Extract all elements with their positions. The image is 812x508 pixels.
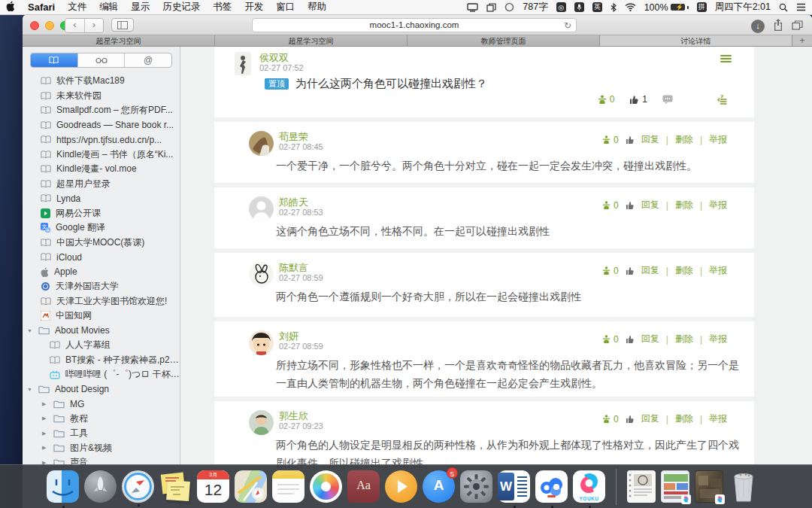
delete-link[interactable]: 删除 [675,133,693,146]
report-link[interactable]: 举报 [709,412,727,425]
reading-list-segment[interactable] [77,53,125,67]
bookmarks-segment[interactable] [31,53,77,67]
menu-item-window[interactable]: 窗口 [276,1,295,14]
shared-links-segment[interactable]: @ [124,53,171,67]
windows-stack-icon[interactable] [486,3,496,12]
downloads-button[interactable]: ↓ [751,20,765,33]
bookmark-item[interactable]: 文AGoogle 翻译 [23,221,180,236]
share-button[interactable] [773,18,783,34]
reply-link[interactable]: 回复 [641,412,659,425]
reply-link[interactable]: 回复 [641,333,659,345]
maps-icon[interactable] [235,470,267,503]
photos-icon[interactable] [310,470,342,503]
reply-link[interactable]: 回复 [641,264,659,277]
input-english-icon[interactable]: 英 [592,2,602,12]
bookmark-item[interactable]: 哔哩哔哩 (゜-゜)つロ 干杯~-... [23,367,180,382]
bookmark-item[interactable]: 天津工业大学图书馆欢迎您! [23,294,180,309]
bluetooth-icon[interactable] [611,3,617,12]
bookmark-item[interactable]: 超星用户登录 [23,177,180,192]
notes-icon[interactable] [272,470,304,503]
menu-item-bookmarks[interactable]: 书签 [213,1,232,14]
disclosure-closed-icon[interactable]: ▶ [42,401,48,407]
tab-teacher-admin[interactable]: 教师管理页面 [408,35,600,46]
safari-icon[interactable] [122,470,154,503]
bookmark-subfolder[interactable]: ▶教程 [23,412,180,427]
reload-icon[interactable]: ↻ [564,20,571,32]
disclosure-open-icon[interactable]: ▼ [27,328,33,333]
bookmark-subfolder[interactable]: ▶图片&视频 [23,441,180,456]
input-source-icon[interactable]: ◎ [556,2,566,12]
input-pinyin-icon[interactable]: 拼 [697,2,707,12]
dictionary-icon[interactable]: Aa [347,470,380,503]
bookmark-item[interactable]: BT搜索 - 种子搜索神器,p2p... [23,353,180,368]
delete-link[interactable]: 删除 [675,333,693,345]
disclosure-closed-icon[interactable]: ▶ [42,430,48,437]
bookmark-item[interactable]: Goodreads — Share book r... [23,118,180,133]
trash-icon[interactable] [729,470,759,503]
tab-discussion-detail[interactable]: 讨论详情 [600,35,792,46]
post-title[interactable]: 为什么这两个角色可以碰撞出戏剧性？ [295,77,487,91]
bookmark-item[interactable]: 未来软件园 [23,89,180,104]
bookmark-subfolder[interactable]: ▶工具 [23,426,180,441]
menu-item-help[interactable]: 帮助 [308,1,326,14]
delete-link[interactable]: 删除 [675,412,693,425]
apple-menu-icon[interactable] [6,1,15,14]
bookmark-subfolder[interactable]: ▶MG [23,397,180,412]
calendar-icon[interactable]: 3月 12 [197,470,229,503]
report-link[interactable]: 举报 [709,199,727,211]
bookmark-item[interactable]: Apple [23,265,180,280]
bookmark-item[interactable]: 网易公开课 [23,206,180,221]
bookmark-item[interactable]: Kindle漫畫- vol.moe [23,162,180,177]
wifi-icon[interactable] [625,3,636,11]
disclosure-open-icon[interactable]: ▼ [27,387,33,392]
dictation-icon[interactable] [574,2,584,12]
like-button[interactable] [626,335,635,344]
menu-item-develop[interactable]: 开发 [244,1,263,14]
bookmark-item[interactable]: Kindle漫画 – 书伴（原名“Ki... [23,148,180,163]
menu-bar-clock[interactable]: 周四下午2:01 [715,1,771,14]
close-window-button[interactable] [30,21,39,30]
creative-cloud-icon[interactable] [504,2,514,12]
launchpad-icon[interactable] [84,470,117,503]
delete-link[interactable]: 删除 [675,264,693,277]
screen-mirroring-icon[interactable] [467,3,478,12]
like-button[interactable] [626,201,635,210]
bookmark-item[interactable]: 软件下载Mac189 [23,74,180,89]
sidebar-toggle-button[interactable] [111,18,134,32]
tab-chaoxing-space-2[interactable]: 超星学习空间 [215,35,408,46]
minimize-window-button[interactable] [45,21,54,30]
menu-item-edit[interactable]: 编辑 [99,1,118,14]
report-link[interactable]: 举报 [709,333,727,345]
like-button[interactable]: 1 [629,94,647,105]
menu-item-safari[interactable]: Safari [28,2,55,13]
system-preferences-icon[interactable] [460,470,492,503]
forward-button[interactable]: › [84,19,103,32]
like-button[interactable] [626,266,635,275]
new-tab-button[interactable]: + [792,35,812,46]
post-menu-icon[interactable] [720,55,732,64]
reply-link[interactable]: 回复 [641,199,659,211]
youku-icon[interactable]: YOUKU [573,470,605,503]
bookmark-item[interactable]: 中国大学MOOC(慕课) [23,236,180,251]
bookmark-folder[interactable]: ▼About Design [23,382,180,397]
app-store-icon[interactable]: A 5 [423,470,455,503]
bookmark-item[interactable]: Smallpdf.com – 您所有PDF... [23,103,180,118]
stickies-icon[interactable] [159,470,192,503]
notification-center-icon[interactable] [796,3,806,11]
bookmark-item[interactable]: 中国知网 [23,309,180,324]
menu-item-view[interactable]: 显示 [131,1,150,14]
finder-icon[interactable] [47,470,79,503]
document-file-icon[interactable] [627,470,656,503]
comment-button[interactable] [662,95,673,104]
forward-button[interactable] [717,95,727,105]
bookmark-item[interactable]: https://vpn.tjfsu.edu.cn/p... [23,132,180,148]
spotlight-search-icon[interactable] [779,3,788,12]
bookmark-folder[interactable]: ▼About Movies [23,324,180,339]
menu-item-history[interactable]: 历史记录 [162,1,200,14]
tab-overview-button[interactable] [792,20,803,33]
back-button[interactable]: ‹ [65,19,84,32]
disclosure-closed-icon[interactable]: ▶ [42,445,48,451]
youku-folder-stack-2[interactable] [695,470,723,503]
tab-chaoxing-space-1[interactable]: 超星学习空间 [23,35,215,46]
bookmark-item[interactable]: 天津外国语大学 [23,279,180,294]
